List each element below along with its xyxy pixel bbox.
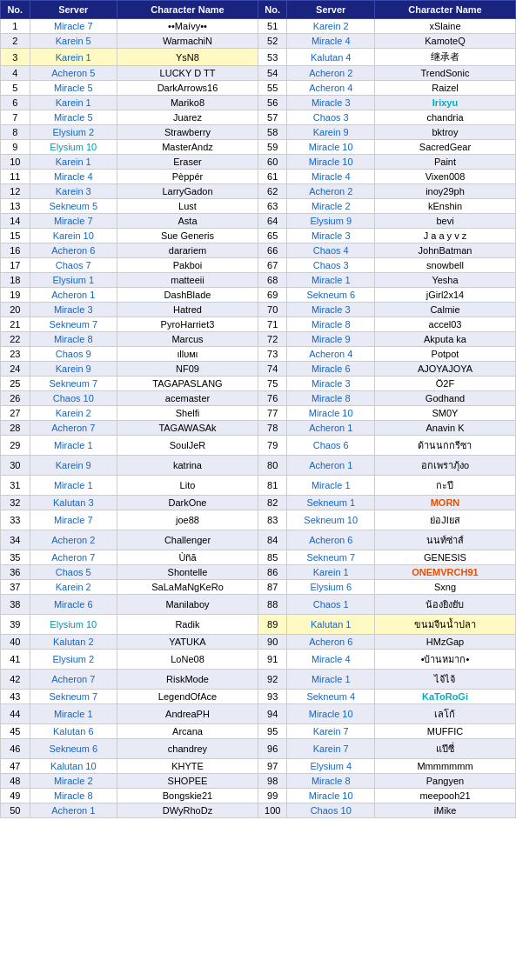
server-cell: Sekneum 7	[30, 317, 117, 332]
table-row: 24Karein 9NF0974Miracle 6AJOYAJOYA	[1, 362, 516, 377]
table-row: 9Elysium 10MasterAndz59Miracle 10SacredG…	[1, 140, 516, 155]
rank-number: 65	[258, 229, 287, 243]
rank-number: 67	[258, 258, 287, 273]
server-cell: Miracle 3	[287, 303, 375, 317]
rank-number: 90	[258, 635, 287, 650]
rank-number: 62	[258, 184, 287, 199]
header-server-left: Server	[30, 1, 117, 19]
table-row: 27Karein 2Shelfi77Miracle 10SM0Y	[1, 406, 516, 421]
character-name-cell: KaToRoGi	[374, 690, 515, 704]
header-server-right: Server	[287, 1, 375, 19]
rank-number: 36	[1, 565, 30, 580]
server-cell: Karein 2	[287, 19, 375, 34]
server-cell: Kalutan 1	[287, 615, 375, 635]
rank-number: 81	[258, 476, 287, 496]
rank-number: 77	[258, 406, 287, 421]
rank-number: 89	[258, 615, 287, 635]
rank-number: 73	[258, 347, 287, 362]
rank-number: 14	[1, 214, 30, 229]
server-cell: Chaos 9	[30, 347, 117, 362]
rank-number: 8	[1, 125, 30, 140]
character-name-cell: iMike	[374, 803, 515, 818]
rank-number: 56	[258, 96, 287, 110]
server-cell: Elysium 4	[287, 759, 375, 774]
character-name-cell: Akputa ka	[374, 332, 515, 347]
table-row: 14Miracle 7Asta64Elysium 9bevi	[1, 214, 516, 229]
rank-number: 85	[258, 550, 287, 565]
server-cell: Sekneum 7	[30, 690, 117, 704]
character-name-cell: Shelfi	[117, 406, 258, 421]
rank-number: 66	[258, 243, 287, 258]
character-name-cell: Mariko8	[117, 96, 258, 110]
server-cell: Acheron 4	[287, 81, 375, 96]
rank-number: 5	[1, 81, 30, 96]
rank-number: 35	[1, 550, 30, 565]
rank-number: 83	[258, 510, 287, 530]
server-cell: Miracle 4	[287, 34, 375, 49]
server-cell: Sekneum 7	[30, 377, 117, 391]
server-cell: Acheron 7	[30, 670, 117, 690]
character-name-cell: JohnBatman	[374, 243, 515, 258]
server-cell: Sekneum 6	[30, 739, 117, 759]
table-row: 7Miracle 5Juarez57Chaos 3chandria	[1, 110, 516, 125]
rank-number: 96	[258, 739, 287, 759]
server-cell: Miracle 10	[287, 704, 375, 724]
rank-number: 95	[258, 724, 287, 739]
server-cell: Karein 7	[287, 739, 375, 759]
character-name-cell: chandrey	[117, 739, 258, 759]
table-row: 2Karein 5WarmachiN52Miracle 4KamoteQ	[1, 34, 516, 49]
character-name-cell: เลโก้	[374, 704, 515, 724]
rank-number: 45	[1, 724, 30, 739]
character-name-cell: bevi	[374, 214, 515, 229]
header-no: No.	[1, 1, 30, 19]
character-name-cell: Shontelle	[117, 565, 258, 580]
server-cell: Sekneum 5	[30, 199, 117, 214]
server-cell: Acheron 7	[30, 421, 117, 436]
table-row: 36Chaos 5Shontelle86Karein 1ONEMVRCH91	[1, 565, 516, 580]
rank-number: 32	[1, 496, 30, 510]
character-name-cell: KamoteQ	[374, 34, 515, 49]
character-name-cell: MORN	[374, 496, 515, 510]
rank-number: 37	[1, 580, 30, 595]
server-cell: Miracle 8	[287, 317, 375, 332]
character-name-cell: inoy29ph	[374, 184, 515, 199]
rank-number: 19	[1, 288, 30, 303]
rank-number: 20	[1, 303, 30, 317]
rank-number: 84	[258, 530, 287, 550]
character-name-cell: Irixyu	[374, 96, 515, 110]
server-cell: Miracle 2	[30, 774, 117, 789]
character-name-cell: ย่อJIยส	[374, 510, 515, 530]
server-cell: Miracle 3	[287, 96, 375, 110]
header-char-right: Character Name	[374, 1, 515, 19]
table-row: 18Elysium 1matteeii68Miracle 1Yesha	[1, 273, 516, 288]
character-name-cell: darariem	[117, 243, 258, 258]
character-name-cell: MasterAndz	[117, 140, 258, 155]
rank-number: 18	[1, 273, 30, 288]
rank-number: 94	[258, 704, 287, 724]
rank-number: 97	[258, 759, 287, 774]
server-cell: Elysium 2	[30, 650, 117, 670]
server-cell: Karein 9	[30, 362, 117, 377]
character-name-cell: LUCKY D TT	[117, 66, 258, 81]
character-name-cell: MUFFIC	[374, 724, 515, 739]
server-cell: Karein 1	[30, 155, 117, 170]
server-cell: Miracle 3	[287, 377, 375, 391]
character-name-cell: jGirl2x14	[374, 288, 515, 303]
server-cell: Miracle 4	[287, 170, 375, 184]
server-cell: Miracle 7	[30, 214, 117, 229]
character-name-cell: Mmmmmmm	[374, 759, 515, 774]
character-name-cell: Sxng	[374, 580, 515, 595]
rank-number: 86	[258, 565, 287, 580]
rank-number: 46	[1, 739, 30, 759]
server-cell: Elysium 10	[30, 140, 117, 155]
rank-number: 58	[258, 125, 287, 140]
server-cell: Acheron 5	[30, 66, 117, 81]
server-cell: Sekneum 6	[287, 288, 375, 303]
rankings-table: No. Server Character Name No. Server Cha…	[0, 0, 516, 818]
character-name-cell: acemaster	[117, 391, 258, 406]
table-row: 32Kalutan 3DarkOne82Sekneum 1MORN	[1, 496, 516, 510]
table-row: 49Miracle 8Bongskie2199Miracle 10meepooh…	[1, 789, 516, 803]
server-cell: Sekneum 4	[287, 690, 375, 704]
server-cell: Miracle 8	[287, 391, 375, 406]
rank-number: 39	[1, 615, 30, 635]
